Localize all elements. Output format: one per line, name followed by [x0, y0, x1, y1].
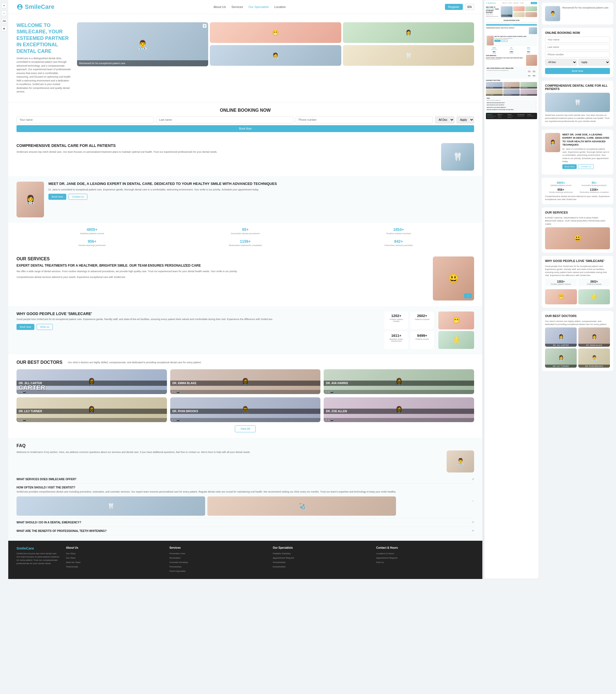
faq-arrow-3[interactable]: ↗: [471, 529, 474, 533]
instagram-icon-5[interactable]: 📷: [331, 419, 333, 421]
why-book-btn[interactable]: Book Now: [17, 324, 34, 330]
facebook-icon-1[interactable]: f: [172, 391, 173, 393]
nav-services[interactable]: Services: [231, 5, 243, 8]
doctor-card-1: 👩‍⚕️ DR. EMMA BLAKE f t 📷: [170, 369, 321, 394]
why-desc: Good people love SmileCare for its excep…: [17, 317, 380, 322]
sidebar-comp-image: 🦷: [545, 93, 610, 112]
footer-item[interactable]: Endodontists: [273, 565, 371, 569]
footer-item[interactable]: Locations & Hours: [376, 551, 474, 556]
book-now-btn[interactable]: Book Now: [17, 125, 474, 132]
apply-select[interactable]: Apply: [456, 116, 474, 124]
sidebar-doctor-contact-btn[interactable]: Contact us: [578, 164, 594, 169]
footer-item[interactable]: Our Team: [66, 556, 164, 560]
instagram-icon[interactable]: 📷: [23, 391, 26, 393]
text-btn[interactable]: Aa: [1, 18, 7, 24]
register-btn[interactable]: Register: [445, 4, 463, 10]
hero-section: WELCOME TO SMILECARE, YOUR ESTEEMED PART…: [8, 14, 482, 102]
sidebar-last-name[interactable]: [545, 44, 610, 50]
footer-col-1: Services Preventive Care Restorative Cos…: [169, 546, 267, 573]
sidebar-doc-select[interactable]: All Doc: [545, 59, 577, 66]
doctor-name-4: DR. RYAN BROOKS: [170, 409, 321, 414]
phone-input[interactable]: [296, 116, 433, 123]
sidebar-services-item-title: EXPERT DENTAL TREATMENTS FOR A HEALTHIER…: [545, 216, 610, 226]
why-title: WHY GOOD PEOPLE LOVE 'SMILECARE': [17, 311, 380, 316]
stat-3-number: 956+: [17, 239, 167, 243]
footer-item[interactable]: Our Story: [66, 551, 164, 556]
footer-item[interactable]: Find A Specialist: [169, 569, 267, 573]
faq-arrow-0[interactable]: ↗: [471, 477, 474, 481]
sidebar-doc-name-3: DR. RYAN BROOKS: [578, 365, 610, 368]
sidebar-doc-3: 👨‍⚕️ DR. RYAN BROOKS: [578, 348, 610, 368]
stat-5-number: 842+: [323, 239, 474, 243]
faq-arrow-2[interactable]: ↗: [471, 520, 474, 524]
footer-item[interactable]: Restorative: [169, 556, 267, 560]
zoom-out-btn[interactable]: −: [1, 11, 7, 16]
facebook-icon-2[interactable]: f: [326, 391, 326, 393]
hero-description: SmileCare is a distinguished dental clin…: [17, 57, 72, 94]
doctor-feature-section: 👩‍⚕️ MEET DR. JANE DOE, A LEADING EXPERT…: [8, 176, 482, 223]
facebook-icon-3[interactable]: f: [19, 419, 19, 421]
doctor-feature-image: 👩‍⚕️: [17, 182, 44, 217]
nav-about[interactable]: About Us: [213, 5, 226, 8]
footer-item[interactable]: Preventive Care: [169, 551, 267, 556]
faq-item-3: WHAT ARE THE BENEFITS OF PROFESSIONAL TE…: [17, 527, 474, 535]
footer-item[interactable]: Meet the Team: [66, 560, 164, 565]
expand-icon[interactable]: ⤢: [203, 24, 207, 28]
instagram-icon-4[interactable]: 📷: [177, 419, 180, 421]
sidebar-why-desc: Good people love SmileCare for its excep…: [545, 265, 610, 277]
faq-arrow-1[interactable]: →: [471, 499, 474, 503]
services-desc: We offer a wide range of dental services…: [17, 270, 428, 274]
hero-images: 👨‍⚕️ Renowned for his exceptional patien…: [77, 22, 474, 66]
sidebar-services-note: Comprehensive dental services tailored t…: [545, 195, 610, 201]
services-more-btn[interactable]: →: [464, 293, 472, 298]
main-panel: SmileCare About Us Services Our Speciali…: [8, 0, 482, 579]
footer-description: SmileCare ensures top-notch dental care.…: [17, 552, 60, 565]
nav-location[interactable]: Location: [275, 5, 286, 8]
stat-1-label: Successful dental procedures: [170, 232, 321, 235]
faq-item-2: WHAT SHOULD I DO IN A DENTAL EMERGENCY? …: [17, 518, 474, 527]
twitter-icon[interactable]: t: [21, 391, 21, 393]
footer-item[interactable]: Find Us: [376, 560, 474, 565]
instagram-icon-1[interactable]: 📷: [177, 391, 180, 393]
view-all-doctors-btn[interactable]: View All: [235, 425, 256, 432]
faq-title: FAQ: [17, 443, 474, 448]
sidebar-phone[interactable]: [545, 52, 610, 57]
instagram-icon-2[interactable]: 📷: [331, 391, 333, 393]
sidebar-first-name[interactable]: [545, 37, 610, 43]
twitter-icon-2[interactable]: t: [328, 391, 329, 393]
sidebar-doctor-book-btn[interactable]: Book Now: [562, 164, 577, 169]
doctor-social-2: f t 📷: [324, 390, 474, 394]
facebook-icon-5[interactable]: f: [326, 419, 326, 421]
nav-specialists[interactable]: Our Specialists: [248, 5, 269, 8]
footer-item[interactable]: Pediatric Dentistry: [273, 551, 371, 556]
footer-item[interactable]: Appointment Request: [273, 556, 371, 560]
facebook-icon[interactable]: f: [19, 391, 19, 393]
twitter-icon-4[interactable]: t: [175, 419, 175, 421]
sidebar-apply-select[interactable]: Apply: [578, 59, 610, 66]
why-write-btn[interactable]: Write us: [37, 324, 53, 330]
doctor-book-btn[interactable]: Book Now: [49, 194, 66, 200]
footer-col-2: Our Specialists Pediatric Dentistry Appo…: [273, 546, 371, 573]
footer-item[interactable]: Periodontists: [273, 560, 371, 565]
twitter-icon-3[interactable]: t: [21, 419, 21, 421]
footer-item[interactable]: Appointment Request: [376, 556, 474, 560]
last-name-input[interactable]: [156, 116, 293, 123]
zoom-in-btn[interactable]: +: [1, 3, 7, 8]
accessibility-btn[interactable]: ⊕: [1, 26, 7, 31]
lang-btn[interactable]: EN: [465, 4, 474, 10]
why-stat-3: 9499+ Patients served: [410, 331, 434, 349]
sidebar-featured-panel: 👨‍⚕️ Renowned for his exceptional patien…: [542, 3, 613, 24]
facebook-icon-4[interactable]: f: [172, 419, 173, 421]
sidebar-book-btn[interactable]: Book Now: [545, 68, 610, 74]
footer-item[interactable]: Periodontics: [169, 565, 267, 569]
why-images: 😁 🌟: [438, 311, 474, 349]
first-name-input[interactable]: [17, 116, 154, 123]
twitter-icon-5[interactable]: t: [328, 419, 329, 421]
footer-item[interactable]: Testimonials: [66, 565, 164, 569]
doctor-select[interactable]: All Doc: [435, 116, 454, 124]
doctor-contact-btn[interactable]: Contact us: [69, 194, 88, 200]
navbar-logo[interactable]: SmileCare: [17, 3, 54, 11]
footer-item[interactable]: Cosmetic Dentistry: [169, 560, 267, 565]
twitter-icon-1[interactable]: t: [175, 391, 175, 393]
instagram-icon-3[interactable]: 📷: [23, 419, 26, 421]
